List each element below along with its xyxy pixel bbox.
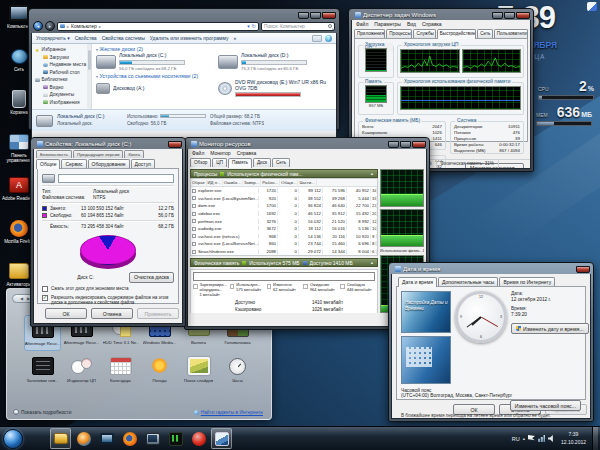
start-button[interactable]: [3, 429, 23, 449]
maximize-button[interactable]: [310, 12, 321, 19]
collapse-icon[interactable]: ▲: [370, 171, 374, 176]
tray-clock[interactable]: 7:3912.10.2012: [558, 431, 589, 446]
address-bar[interactable]: ▸ Компьютер ▸ ▾↻: [57, 22, 259, 31]
taskbar-item[interactable]: [50, 428, 71, 449]
column-header[interactable]: Образ: [191, 180, 207, 185]
row-checkbox[interactable]: [192, 242, 196, 246]
back-button[interactable]: ◂: [33, 21, 43, 31]
menu-item[interactable]: Справка: [237, 150, 257, 156]
taskbar-item[interactable]: [188, 428, 209, 449]
column-header[interactable]: Ошибк...: [223, 180, 243, 185]
minimize-button[interactable]: [492, 12, 503, 19]
process-row[interactable]: sidebar.exe16920 46 51235 91215 49220 42…: [191, 210, 377, 218]
checkbox-row[interactable]: ✓ Разрешить индексировать содержимое фай…: [42, 295, 174, 306]
gadget-tile[interactable]: Погода: [141, 353, 178, 389]
menu-item[interactable]: Файл: [192, 150, 204, 156]
checkbox-row[interactable]: Сжать этот диск для экономии места: [42, 286, 174, 292]
group-header-removable[interactable]: ▾ Устройства со съемными носителями (2): [96, 73, 332, 79]
menu-item[interactable]: Справка: [422, 21, 442, 27]
process-row[interactable]: svchost.exe (LocalServiceNet...8600 23 7…: [191, 240, 377, 248]
sidebar-item[interactable]: Видео: [35, 84, 91, 92]
maximize-button[interactable]: [400, 141, 411, 148]
row-checkbox[interactable]: [192, 234, 196, 238]
gallery-prev-icon[interactable]: ◀: [20, 296, 23, 301]
search-input[interactable]: Поиск: Компьютер: [261, 22, 335, 31]
tab[interactable]: Дополнительные часы: [438, 277, 498, 286]
action-center-icon[interactable]: [528, 435, 535, 442]
process-row[interactable]: SearchIndexer.exe20880 29 07214 3448 004…: [191, 248, 377, 256]
process-row[interactable]: perfmon.exe32760 16 03221 5208 99212 528: [191, 217, 377, 225]
minimize-button[interactable]: [388, 141, 399, 148]
gadget-tile[interactable]: Календарь: [102, 353, 139, 389]
checkbox[interactable]: [42, 286, 48, 292]
toolbar-item[interactable]: Свойства: [75, 35, 97, 41]
tab[interactable]: Обзор: [190, 158, 211, 167]
show-details-link[interactable]: ⌄Показать подробности: [13, 409, 71, 415]
row-checkbox[interactable]: [192, 227, 196, 231]
removable-item[interactable]: Дисковод (A:): [96, 80, 210, 98]
tab[interactable]: Быстродействие: [437, 29, 476, 39]
mem-meter-gadget[interactable]: MEM636МБ: [536, 104, 592, 126]
tab[interactable]: Пользователи: [494, 29, 528, 38]
show-desktop-button[interactable]: [592, 427, 598, 450]
tab[interactable]: Время по Интернету: [499, 277, 555, 286]
gadget-corner-icon[interactable]: [587, 2, 597, 11]
dialog-button[interactable]: ОК: [45, 308, 87, 319]
toolbar-item[interactable]: Свойства системы: [102, 35, 145, 41]
taskbar-item[interactable]: [142, 428, 163, 449]
disk-cleanup-button[interactable]: Очистка диска: [129, 272, 174, 283]
tab[interactable]: Приложения: [354, 29, 385, 38]
tab[interactable]: Общие: [36, 159, 60, 169]
tab[interactable]: Процессы: [386, 29, 412, 38]
sidebar-item[interactable]: Библиотеки: [35, 76, 91, 84]
checkbox[interactable]: ✓: [42, 295, 48, 301]
toolbar-item[interactable]: »: [233, 35, 236, 41]
gadget-tile[interactable]: Индикатор ЦП: [63, 353, 100, 389]
column-header[interactable]: Завер...: [243, 180, 262, 185]
column-header[interactable]: Общи...: [280, 180, 298, 185]
column-header[interactable]: Части...: [298, 180, 316, 185]
drive-item[interactable]: Локальный диск (D:) 75,3 ГБ свободно из …: [218, 53, 332, 71]
taskbar-item[interactable]: [165, 428, 186, 449]
close-button[interactable]: [168, 141, 182, 148]
sidebar-item[interactable]: Избранное: [35, 46, 91, 54]
taskbar-item[interactable]: [96, 428, 117, 449]
tab[interactable]: Дата и время: [398, 277, 437, 287]
group-header-hdd[interactable]: ▾ Жесткие диски (2): [96, 46, 332, 52]
tab[interactable]: Оборудование: [88, 159, 130, 168]
sidebar-scrollbar[interactable]: [87, 44, 91, 109]
taskbar-item[interactable]: [27, 428, 48, 449]
tab[interactable]: Доступ: [131, 159, 155, 168]
menu-item[interactable]: Монитор: [210, 150, 230, 156]
column-header[interactable]: Рабоч...: [261, 180, 280, 185]
volume-icon[interactable]: [548, 435, 555, 442]
hidden-icons-chevron[interactable]: ▴: [523, 436, 525, 441]
sidebar-item[interactable]: Документы: [35, 91, 91, 99]
address-dropdown-icon[interactable]: ▾: [247, 23, 250, 29]
tab[interactable]: Сервис: [61, 159, 86, 168]
address-crumb[interactable]: Компьютер: [71, 23, 97, 29]
minimize-button[interactable]: [298, 12, 309, 19]
network-icon[interactable]: [538, 435, 545, 442]
close-button[interactable]: [576, 266, 590, 273]
cpu-meter-gadget[interactable]: CPU2%: [538, 78, 594, 100]
collapse-icon[interactable]: ▲: [370, 260, 374, 265]
process-row[interactable]: explorer.exe17200 89 11275 59640 95234 6…: [191, 187, 377, 195]
menu-item[interactable]: Параметры: [374, 21, 401, 27]
help-icon[interactable]: ?: [325, 35, 332, 42]
taskbar-item[interactable]: [119, 428, 140, 449]
gadget-tile[interactable]: Часы: [219, 353, 256, 389]
drive-item[interactable]: Локальный диск (C:) 56,0 ГБ свободно из …: [96, 53, 210, 71]
tab[interactable]: Безопасность: [36, 150, 72, 158]
change-timezone-button[interactable]: Изменить часовой пояс...: [510, 400, 581, 411]
tab[interactable]: Память: [228, 158, 252, 168]
change-datetime-button[interactable]: Изменить дату и время...: [511, 323, 589, 334]
process-row[interactable]: dwm.exe17000 36 82446 64022 70023 940: [191, 202, 377, 210]
row-checkbox[interactable]: [192, 204, 196, 208]
refresh-icon[interactable]: ↻: [252, 23, 256, 29]
menu-item[interactable]: Файл: [356, 21, 368, 27]
row-checkbox[interactable]: [192, 250, 196, 254]
views-icon[interactable]: [312, 35, 322, 42]
close-button[interactable]: [412, 141, 426, 148]
sidebar-item[interactable]: Изображения: [35, 99, 91, 107]
